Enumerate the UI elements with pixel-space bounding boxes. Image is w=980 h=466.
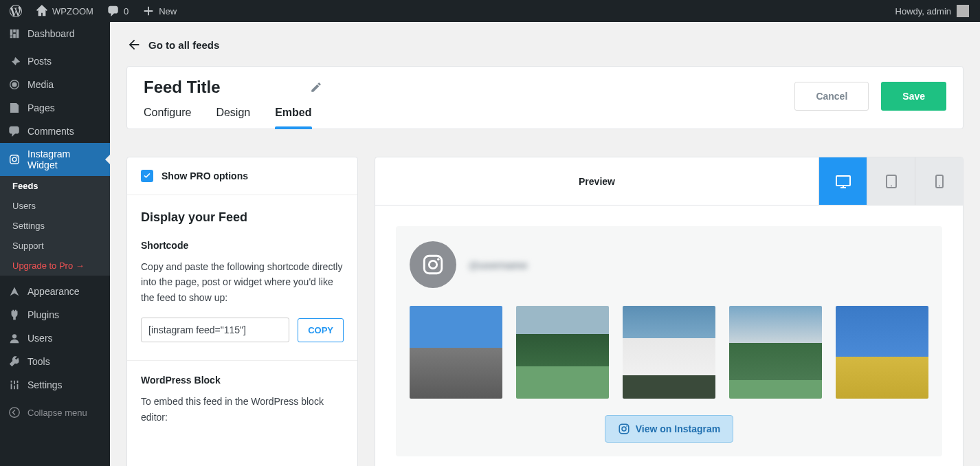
cancel-button[interactable]: Cancel	[794, 82, 869, 111]
submenu: Feeds Users Settings Support Upgrade to …	[0, 176, 110, 276]
site-title: WPZOOM	[52, 6, 93, 16]
view-on-instagram-button[interactable]: View on Instagram	[605, 415, 733, 443]
sidebar-item-instagram-widget[interactable]: Instagram Widget	[0, 143, 110, 176]
sidebar-item-users[interactable]: Users	[0, 326, 110, 350]
tab-design[interactable]: Design	[216, 107, 250, 129]
pin-icon	[8, 55, 21, 67]
svg-point-11	[939, 185, 940, 186]
device-desktop-button[interactable]	[818, 157, 867, 205]
sidebar-item-media[interactable]: Media	[0, 73, 110, 96]
preview-canvas: @username View on Instagram	[396, 226, 942, 456]
instagram-icon	[618, 423, 630, 435]
comments-link[interactable]: 0	[102, 0, 134, 22]
instagram-thumbnail[interactable]	[729, 306, 822, 399]
submenu-item-upgrade[interactable]: Upgrade to Pro →	[0, 256, 110, 276]
shortcode-heading: Shortcode	[141, 240, 344, 251]
wpblock-desc: To embed this feed in the WordPress bloc…	[141, 394, 344, 425]
sidebar-item-appearance[interactable]: Appearance	[0, 280, 110, 303]
arrow-left-icon	[126, 37, 142, 52]
settings-icon	[8, 379, 21, 391]
submenu-item-support[interactable]: Support	[0, 236, 110, 256]
instagram-thumbnail[interactable]	[516, 306, 609, 399]
instagram-icon	[421, 253, 445, 276]
greeting: Howdy, admin	[895, 6, 951, 16]
sidebar-item-comments[interactable]: Comments	[0, 120, 110, 143]
svg-point-13	[429, 260, 436, 268]
instagram-thumbnail[interactable]	[836, 306, 928, 399]
tab-configure[interactable]: Configure	[144, 107, 191, 129]
submenu-item-feeds[interactable]: Feeds	[0, 176, 110, 196]
show-pro-checkbox[interactable]	[141, 170, 153, 182]
sidebar-item-posts[interactable]: Posts	[0, 49, 110, 73]
shortcode-input[interactable]	[141, 318, 289, 342]
instagram-icon	[8, 153, 21, 166]
users-icon	[8, 332, 21, 344]
collapse-menu[interactable]: Collapse menu	[0, 401, 110, 424]
feed-title: Feed Title	[144, 78, 221, 97]
edit-icon[interactable]	[310, 81, 322, 93]
instagram-thumbnail[interactable]	[623, 306, 715, 399]
comment-icon	[107, 5, 120, 17]
instagram-thumbnail[interactable]	[410, 306, 502, 399]
plus-icon	[142, 5, 155, 17]
tablet-icon	[883, 173, 900, 190]
tools-icon	[8, 355, 21, 368]
tab-embed[interactable]: Embed	[275, 107, 311, 129]
copy-button[interactable]: COPY	[298, 318, 344, 342]
svg-point-4	[16, 156, 18, 157]
options-panel: Show PRO options Display your Feed Short…	[126, 157, 358, 466]
svg-point-5	[12, 334, 16, 338]
preview-title: Preview	[375, 157, 818, 205]
show-pro-label: Show PRO options	[162, 170, 248, 181]
sidebar-item-pages[interactable]: Pages	[0, 96, 110, 120]
admin-sidebar: Dashboard Posts Media Pages Comments Ins…	[0, 22, 110, 466]
home-icon	[36, 5, 48, 17]
shortcode-desc: Copy and paste the following shortcode d…	[141, 259, 344, 305]
wordpress-icon	[10, 5, 22, 17]
comments-count: 0	[124, 6, 129, 16]
instagram-username: @username	[469, 259, 528, 271]
pages-icon	[8, 102, 21, 114]
submenu-item-settings[interactable]: Settings	[0, 216, 110, 236]
wpblock-heading: WordPress Block	[141, 375, 344, 386]
plugins-icon	[8, 309, 21, 321]
wp-logo[interactable]	[4, 0, 27, 22]
site-home-link[interactable]: WPZOOM	[30, 0, 99, 22]
svg-point-14	[437, 258, 439, 260]
desktop-icon	[835, 173, 851, 190]
instagram-avatar	[410, 241, 456, 288]
account-menu[interactable]: Howdy, admin	[895, 5, 976, 17]
comment-icon	[8, 125, 21, 137]
svg-point-6	[10, 408, 19, 417]
dashboard-icon	[8, 27, 21, 40]
back-to-feeds-link[interactable]: Go to all feeds	[126, 22, 964, 66]
svg-point-3	[12, 157, 16, 162]
new-label: New	[159, 6, 177, 16]
save-button[interactable]: Save	[881, 82, 946, 111]
submenu-item-users[interactable]: Users	[0, 196, 110, 216]
svg-point-17	[626, 425, 627, 427]
device-tablet-button[interactable]	[867, 157, 915, 205]
main-content: Go to all feeds Feed Title Configure Des…	[110, 22, 980, 466]
new-content-link[interactable]: New	[137, 0, 182, 22]
feed-header-card: Feed Title Configure Design Embed Cancel…	[126, 66, 964, 129]
svg-point-16	[622, 427, 626, 431]
appearance-icon	[8, 285, 21, 298]
svg-point-0	[12, 82, 16, 87]
admin-bar: WPZOOM 0 New Howdy, admin	[0, 0, 980, 22]
sidebar-item-settings[interactable]: Settings	[0, 373, 110, 397]
check-icon	[143, 172, 151, 180]
display-heading: Display your Feed	[141, 210, 344, 225]
svg-point-9	[891, 185, 892, 186]
preview-panel: Preview @username	[375, 157, 964, 466]
device-mobile-button[interactable]	[915, 157, 963, 205]
avatar	[957, 5, 969, 17]
sidebar-item-tools[interactable]: Tools	[0, 350, 110, 373]
tabs: Configure Design Embed	[144, 107, 322, 129]
media-icon	[8, 78, 21, 91]
sidebar-item-plugins[interactable]: Plugins	[0, 303, 110, 326]
svg-rect-7	[836, 176, 850, 186]
mobile-icon	[931, 173, 948, 190]
sidebar-item-dashboard[interactable]: Dashboard	[0, 22, 110, 45]
collapse-icon	[8, 406, 21, 419]
